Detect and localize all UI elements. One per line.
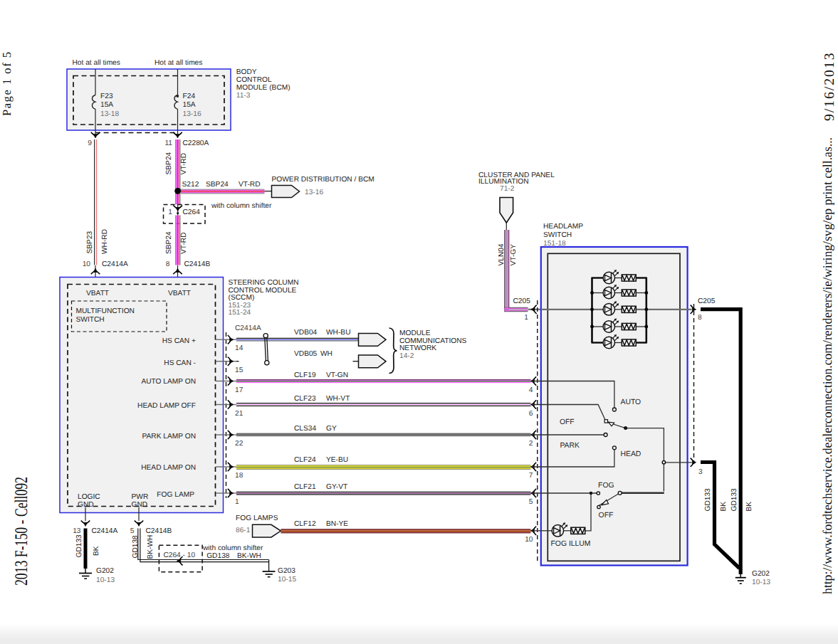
svg-text:CLS34: CLS34 xyxy=(294,425,316,433)
svg-text:13-16: 13-16 xyxy=(183,110,201,118)
svg-text:FOG LAMPS: FOG LAMPS xyxy=(236,514,278,522)
svg-text:HEAD LAMP ON: HEAD LAMP ON xyxy=(141,464,196,472)
svg-text:C264: C264 xyxy=(183,208,201,216)
svg-text:VDB05: VDB05 xyxy=(294,350,318,358)
svg-text:BK: BK xyxy=(745,502,753,512)
svg-text:MODULE: MODULE xyxy=(399,329,431,337)
svg-text:1: 1 xyxy=(235,498,239,506)
svg-text:C2414A: C2414A xyxy=(92,527,118,535)
svg-text:10-13: 10-13 xyxy=(96,576,115,584)
svg-text:15A: 15A xyxy=(100,101,113,109)
svg-text:WH: WH xyxy=(320,350,332,358)
svg-text:FOG ILLUM: FOG ILLUM xyxy=(551,540,591,548)
svg-text:SWITCH: SWITCH xyxy=(543,231,572,239)
svg-text:HEADLAMP: HEADLAMP xyxy=(543,223,583,231)
svg-text:CLF12: CLF12 xyxy=(294,520,316,528)
svg-text:CONTROL MODULE: CONTROL MODULE xyxy=(229,287,297,295)
svg-text:11-3: 11-3 xyxy=(236,92,251,100)
svg-text:BODY: BODY xyxy=(236,68,257,76)
svg-text:11: 11 xyxy=(164,139,172,147)
svg-text:18: 18 xyxy=(235,472,243,480)
svg-text:14: 14 xyxy=(235,344,243,352)
svg-text:GND: GND xyxy=(78,501,94,509)
svg-text:13-16: 13-16 xyxy=(305,189,323,196)
svg-text:F23: F23 xyxy=(100,93,113,100)
svg-text:C2280A: C2280A xyxy=(183,139,209,147)
svg-text:8: 8 xyxy=(698,314,702,322)
svg-text:PWR: PWR xyxy=(132,493,149,501)
svg-text:HS CAN -: HS CAN - xyxy=(164,359,196,367)
svg-text:GD138: GD138 xyxy=(132,535,140,559)
svg-text:HEAD LAMP OFF: HEAD LAMP OFF xyxy=(137,402,196,410)
svg-text:SWITCH: SWITCH xyxy=(76,316,105,324)
svg-text:151-23: 151-23 xyxy=(229,302,251,310)
svg-text:10-15: 10-15 xyxy=(278,576,296,584)
svg-text:FOG: FOG xyxy=(598,482,614,490)
svg-text:SBP24: SBP24 xyxy=(206,181,229,189)
svg-text:SBP24: SBP24 xyxy=(165,231,173,254)
svg-text:BK: BK xyxy=(720,502,728,512)
svg-text:GD133: GD133 xyxy=(704,488,712,512)
svg-text:GD138: GD138 xyxy=(206,552,230,560)
svg-text:VT-GY: VT-GY xyxy=(510,244,518,266)
svg-text:STEERING COLUMN: STEERING COLUMN xyxy=(229,279,299,287)
svg-text:with column shifter: with column shifter xyxy=(211,202,272,210)
svg-text:with column shifter: with column shifter xyxy=(202,544,263,552)
svg-text:VT-RD: VT-RD xyxy=(180,232,188,254)
svg-text:FOG LAMP: FOG LAMP xyxy=(157,491,194,499)
svg-text:VT-RD: VT-RD xyxy=(180,153,188,175)
svg-text:Hot at all times: Hot at all times xyxy=(73,59,120,67)
svg-text:SBP24: SBP24 xyxy=(165,152,173,174)
svg-text:15A: 15A xyxy=(183,101,196,109)
svg-text:PARK: PARK xyxy=(560,442,580,450)
svg-text:13: 13 xyxy=(73,527,81,535)
svg-text:71-2: 71-2 xyxy=(500,185,515,193)
svg-text:4: 4 xyxy=(529,386,533,394)
svg-text:S212: S212 xyxy=(182,181,199,189)
svg-text:86-1: 86-1 xyxy=(236,527,251,534)
svg-text:COMMUNICATIONS: COMMUNICATIONS xyxy=(399,337,467,345)
svg-text:GY: GY xyxy=(326,425,337,433)
svg-text:MODULE (BCM): MODULE (BCM) xyxy=(236,84,290,92)
svg-text:13-18: 13-18 xyxy=(100,110,119,118)
svg-text:1: 1 xyxy=(168,208,172,216)
svg-text:SBP23: SBP23 xyxy=(86,231,94,253)
svg-text:VBATT: VBATT xyxy=(86,290,109,297)
svg-text:6: 6 xyxy=(529,410,533,418)
svg-text:PARK LAMP ON: PARK LAMP ON xyxy=(142,433,197,440)
svg-text:15: 15 xyxy=(235,366,243,374)
svg-text:BK-WH: BK-WH xyxy=(147,535,154,559)
svg-text:CLF24: CLF24 xyxy=(294,456,316,464)
svg-text:9/16/2013: 9/16/2013 xyxy=(822,52,837,121)
svg-text:YE-BU: YE-BU xyxy=(326,456,348,464)
svg-text:5: 5 xyxy=(130,527,135,535)
svg-text:8: 8 xyxy=(166,260,170,268)
svg-text:CLF21: CLF21 xyxy=(294,483,316,491)
svg-text:BN-YE: BN-YE xyxy=(326,520,348,528)
svg-text:MULTIFUNCTION: MULTIFUNCTION xyxy=(76,307,135,315)
svg-text:10: 10 xyxy=(525,536,533,544)
svg-text:GD133: GD133 xyxy=(730,488,738,512)
svg-text:C2414A: C2414A xyxy=(235,324,261,332)
svg-text:HEAD: HEAD xyxy=(621,450,641,458)
svg-text:21: 21 xyxy=(235,410,243,418)
svg-text:OFF: OFF xyxy=(560,418,575,426)
svg-text:WH-VT: WH-VT xyxy=(326,395,350,403)
svg-text:http://www.fordtechservice.dea: http://www.fordtechservice.dealerconnect… xyxy=(820,137,834,594)
svg-text:10: 10 xyxy=(83,260,91,268)
svg-text:C205: C205 xyxy=(513,297,531,305)
svg-text:AUTO: AUTO xyxy=(621,398,641,406)
svg-text:Hot at all times: Hot at all times xyxy=(154,59,202,67)
svg-text:C264 - 10: C264 - 10 xyxy=(163,551,195,559)
svg-text:9: 9 xyxy=(88,139,92,147)
svg-text:WH-BU: WH-BU xyxy=(326,329,351,337)
svg-text:3: 3 xyxy=(698,468,703,476)
svg-text:2: 2 xyxy=(529,440,533,448)
svg-text:OFF: OFF xyxy=(599,512,614,519)
svg-text:1: 1 xyxy=(524,314,528,322)
svg-text:CONTROL: CONTROL xyxy=(236,76,272,84)
svg-text:10-13: 10-13 xyxy=(752,579,770,586)
svg-text:151-24: 151-24 xyxy=(229,309,251,317)
svg-text:G202: G202 xyxy=(96,567,114,575)
svg-text:GD133: GD133 xyxy=(75,534,83,558)
